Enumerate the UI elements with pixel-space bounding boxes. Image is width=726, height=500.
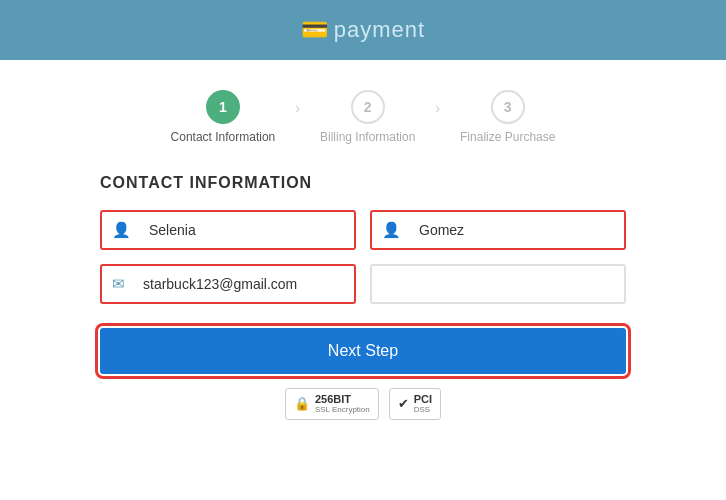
pci-badge: ✔ PCI DSS — [389, 388, 441, 420]
step-1-circle: 1 — [206, 90, 240, 124]
app-header: 💳 payment — [0, 0, 726, 60]
check-icon: ✔ — [398, 396, 409, 411]
ssl-badge: 🔒 256BIT SSL Encryption — [285, 388, 379, 420]
logo: 💳 payment — [301, 17, 425, 43]
step-2-circle: 2 — [351, 90, 385, 124]
user-icon-last: 👤 — [372, 221, 411, 239]
last-name-input[interactable] — [411, 212, 624, 248]
lock-icon: 🔒 — [294, 396, 310, 411]
name-row: 👤 👤 — [100, 210, 626, 250]
section-title: CONTACT INFORMATION — [100, 174, 626, 192]
first-name-input[interactable] — [141, 212, 354, 248]
step-2-label: Billing Information — [320, 130, 415, 144]
email-input[interactable] — [135, 266, 354, 302]
email-group: ✉ — [100, 264, 356, 304]
step-1: 1 Contact Information — [171, 90, 276, 144]
step-2: 2 Billing Information — [320, 90, 415, 144]
user-icon-first: 👤 — [102, 221, 141, 239]
security-badges: 🔒 256BIT SSL Encryption ✔ PCI DSS — [100, 388, 626, 420]
steps-indicator: 1 Contact Information › 2 Billing Inform… — [100, 90, 626, 144]
phone-group — [370, 264, 626, 304]
arrow-1: › — [295, 100, 300, 116]
phone-input[interactable] — [372, 266, 624, 302]
logo-text: payment — [334, 17, 425, 43]
first-name-group: 👤 — [100, 210, 356, 250]
email-row: ✉ — [100, 264, 626, 304]
step-1-label: Contact Information — [171, 130, 276, 144]
last-name-group: 👤 — [370, 210, 626, 250]
main-content: 1 Contact Information › 2 Billing Inform… — [0, 60, 726, 440]
step-3-label: Finalize Purchase — [460, 130, 555, 144]
step-3: 3 Finalize Purchase — [460, 90, 555, 144]
email-icon: ✉ — [102, 275, 135, 293]
logo-icon: 💳 — [301, 17, 328, 43]
step-3-circle: 3 — [491, 90, 525, 124]
next-step-button[interactable]: Next Step — [100, 328, 626, 374]
arrow-2: › — [435, 100, 440, 116]
